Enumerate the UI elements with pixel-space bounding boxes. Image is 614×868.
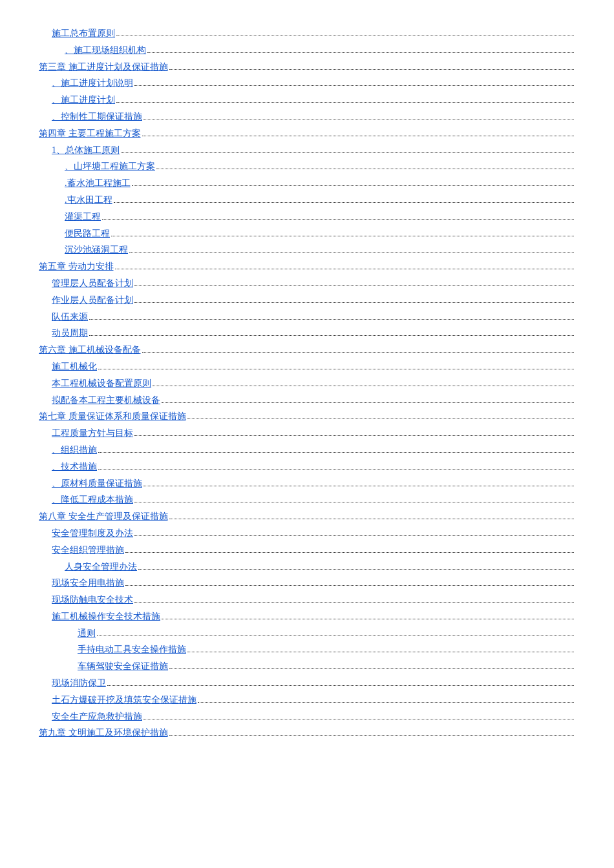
toc-link[interactable]: 工程质量方针与目标	[52, 426, 133, 441]
toc-item: 现场防触电安全技术	[39, 592, 575, 608]
toc-dots	[134, 302, 574, 303]
toc-link[interactable]: .屯水田工程	[65, 192, 112, 208]
toc-dots	[125, 585, 574, 586]
toc-dots	[134, 602, 574, 603]
table-of-contents: 施工总布置原则、施工现场组织机构第三章 施工进度计划及保证措施、施工进度计划说明…	[39, 26, 575, 741]
toc-dots	[89, 335, 574, 336]
toc-link[interactable]: 通则	[78, 626, 96, 641]
toc-dots	[129, 252, 574, 253]
toc-item: .蓄水池工程施工	[39, 176, 575, 191]
toc-item: 本工程机械设备配置原则	[39, 376, 575, 391]
toc-dots	[121, 152, 574, 153]
toc-dots	[169, 69, 575, 70]
toc-link[interactable]: 现场防触电安全技术	[52, 592, 133, 608]
toc-link[interactable]: 第三章 施工进度计划及保证措施	[39, 59, 168, 75]
toc-link[interactable]: 、降低工程成本措施	[52, 492, 133, 508]
toc-item: 作业层人员配备计划	[39, 293, 575, 308]
toc-dots	[147, 52, 574, 53]
toc-link[interactable]: 安全管理制度及办法	[52, 526, 133, 541]
toc-dots	[111, 236, 574, 236]
toc-item: 、组织措施	[39, 442, 575, 458]
toc-dots	[187, 418, 575, 419]
toc-item: 第三章 施工进度计划及保证措施	[39, 59, 575, 75]
toc-link[interactable]: 拟配备本工程主要机械设备	[52, 393, 160, 408]
toc-item: 安全组织管理措施	[39, 542, 575, 558]
toc-item: 、山坪塘工程施工方案	[39, 159, 575, 174]
toc-link[interactable]: 施工总布置原则	[52, 26, 115, 41]
toc-dots	[169, 668, 574, 669]
toc-dots	[116, 36, 574, 36]
toc-dots	[138, 569, 574, 570]
toc-item: 第八章 安全生产管理及保证措施	[39, 509, 575, 524]
toc-link[interactable]: 施工机械化	[52, 359, 97, 375]
toc-item: 第六章 施工机械设备配备	[39, 342, 575, 358]
toc-link[interactable]: 、技术措施	[52, 459, 97, 475]
toc-dots	[114, 202, 575, 203]
toc-link[interactable]: 土石方爆破开挖及填筑安全保证措施	[52, 692, 196, 708]
toc-link[interactable]: 便民路工程	[65, 226, 110, 242]
toc-item: 手持电动工具安全操作措施	[39, 642, 575, 657]
toc-link[interactable]: 第八章 安全生产管理及保证措施	[39, 509, 168, 524]
toc-dots	[125, 552, 574, 553]
toc-dots	[132, 185, 575, 186]
toc-link[interactable]: 、施工现场组织机构	[65, 43, 146, 58]
toc-dots	[169, 735, 575, 736]
toc-link[interactable]: 1、总体施工原则	[52, 143, 120, 158]
toc-dots	[134, 85, 574, 86]
toc-dots	[134, 502, 574, 502]
toc-link[interactable]: 现场消防保卫	[52, 676, 106, 691]
toc-item: 土石方爆破开挖及填筑安全保证措施	[39, 692, 575, 708]
toc-item: 人身安全管理办法	[39, 559, 575, 575]
toc-dots	[169, 519, 575, 519]
toc-item: 管理层人员配备计划	[39, 276, 575, 291]
toc-link[interactable]: 第四章 主要工程施工方案	[39, 126, 141, 141]
toc-link[interactable]: 、原材料质量保证措施	[52, 476, 142, 491]
toc-link[interactable]: 动员周期	[52, 326, 88, 341]
toc-link[interactable]: 现场安全用电措施	[52, 575, 124, 591]
toc-dots	[115, 269, 575, 269]
toc-link[interactable]: 灌渠工程	[65, 209, 101, 225]
toc-link[interactable]: 车辆驾驶安全保证措施	[78, 659, 168, 674]
toc-link[interactable]: 施工机械操作安全技术措施	[52, 609, 160, 625]
toc-link[interactable]: 作业层人员配备计划	[52, 293, 133, 308]
toc-link[interactable]: 安全组织管理措施	[52, 542, 124, 558]
toc-link[interactable]: 管理层人员配备计划	[52, 276, 133, 291]
toc-item: 便民路工程	[39, 226, 575, 242]
toc-item: 、施工进度计划	[39, 92, 575, 108]
toc-link[interactable]: 本工程机械设备配置原则	[52, 376, 151, 391]
toc-dots	[143, 486, 574, 486]
toc-item: 沉沙池涵洞工程	[39, 242, 575, 258]
toc-link[interactable]: 、组织措施	[52, 442, 97, 458]
toc-link[interactable]: 、控制性工期保证措施	[52, 109, 142, 125]
toc-dots	[162, 402, 574, 403]
toc-item: 安全生产应急救护措施	[39, 709, 575, 725]
toc-link[interactable]: 人身安全管理办法	[65, 559, 137, 575]
toc-dots	[98, 369, 574, 369]
toc-item: 现场安全用电措施	[39, 575, 575, 591]
toc-dots	[143, 719, 574, 719]
toc-link[interactable]: 、施工进度计划	[52, 92, 115, 108]
toc-dots	[143, 119, 574, 119]
toc-link[interactable]: 第九章 文明施工及环境保护措施	[39, 725, 168, 741]
toc-item: 、降低工程成本措施	[39, 492, 575, 508]
toc-dots	[162, 619, 574, 619]
toc-link[interactable]: 第五章 劳动力安排	[39, 259, 114, 274]
toc-item: 队伍来源	[39, 309, 575, 325]
toc-link[interactable]: 队伍来源	[52, 309, 88, 325]
toc-dots	[134, 435, 574, 436]
toc-item: 第四章 主要工程施工方案	[39, 126, 575, 141]
toc-link[interactable]: 沉沙池涵洞工程	[65, 242, 128, 258]
toc-link[interactable]: 手持电动工具安全操作措施	[78, 642, 186, 657]
toc-dots	[187, 652, 574, 652]
toc-link[interactable]: 第七章 质量保证体系和质量保证措施	[39, 409, 186, 424]
toc-link[interactable]: 、施工进度计划说明	[52, 76, 133, 91]
toc-link[interactable]: 安全生产应急救护措施	[52, 709, 142, 725]
toc-item: 1、总体施工原则	[39, 143, 575, 158]
toc-link[interactable]: 第六章 施工机械设备配备	[39, 342, 141, 358]
toc-link[interactable]: 、山坪塘工程施工方案	[65, 159, 155, 174]
toc-link[interactable]: .蓄水池工程施工	[65, 176, 131, 191]
toc-item: 、施工进度计划说明	[39, 76, 575, 91]
toc-dots	[89, 319, 574, 320]
toc-dots	[142, 136, 575, 136]
toc-dots	[142, 352, 575, 353]
